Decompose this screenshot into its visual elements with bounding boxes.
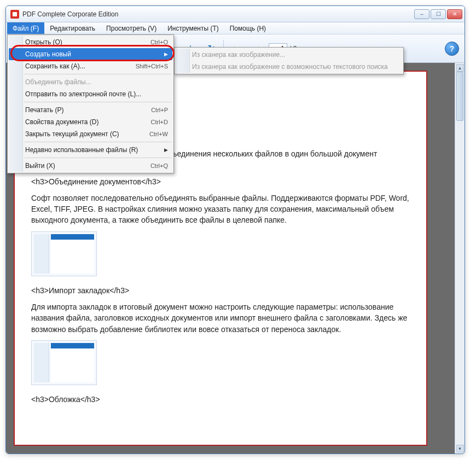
doc-paragraph: Для импорта закладок в итоговый документ…: [31, 301, 410, 335]
menu-separator: [24, 158, 171, 158]
vertical-scrollbar[interactable]: ▲ ▼: [455, 63, 465, 454]
minimize-button[interactable]: –: [414, 9, 429, 19]
scroll-thumb[interactable]: [456, 72, 463, 121]
submenu-item-scanner-searchable[interactable]: Из сканера как изображение с возможность…: [176, 61, 402, 73]
menu-item-combine: Объединить файлы...: [9, 76, 172, 88]
window-title: PDF Complete Corporate Edition: [22, 10, 414, 18]
maximize-button[interactable]: ☐: [431, 9, 446, 19]
doc-screenshot-thumbnail: [31, 231, 97, 276]
scroll-up-icon[interactable]: ▲: [456, 64, 464, 72]
menu-edit[interactable]: Редактировать: [44, 22, 101, 34]
scroll-track[interactable]: [455, 72, 465, 445]
submenu-item-scanner-image[interactable]: Из сканера как изображение...: [176, 49, 402, 61]
maximize-icon: ☐: [436, 11, 441, 17]
menu-item-exit[interactable]: Выйти (X) Ctrl+Q: [9, 160, 172, 172]
menu-item-open[interactable]: Открыть (O) Ctrl+O: [9, 36, 172, 48]
menu-item-recent-files[interactable]: Недавно использованные файлы (R) ▶: [9, 144, 172, 156]
doc-paragraph: Софт позволяет последовательно объединят…: [31, 193, 410, 226]
create-new-submenu: Из сканера как изображение... Из сканера…: [174, 47, 404, 74]
menubar: Файл (F) Редактировать Просмотреть (V) И…: [6, 22, 465, 34]
menu-item-close-doc[interactable]: Закрыть текущий документ (C) Ctrl+W: [9, 128, 172, 140]
app-icon: [10, 10, 19, 19]
shortcut-label: Ctrl+P: [151, 107, 168, 113]
shortcut-label: Ctrl+W: [149, 131, 168, 137]
menu-separator: [24, 74, 171, 74]
submenu-arrow-icon: ▶: [164, 51, 168, 57]
doc-heading-raw: <h3>Объединение документов</h3>: [31, 176, 410, 187]
doc-heading-raw: <h3>Обложка</h3>: [31, 394, 410, 405]
shortcut-label: Ctrl+O: [150, 39, 168, 45]
submenu-arrow-icon: ▶: [164, 147, 168, 153]
menu-tools[interactable]: Инструменты (T): [162, 22, 224, 34]
menu-item-send-email[interactable]: Отправить по электронной почте (L)...: [9, 88, 172, 100]
shortcut-label: Ctrl+Q: [150, 162, 168, 169]
menu-separator: [24, 102, 171, 102]
menu-item-print[interactable]: Печатать (P) Ctrl+P: [9, 104, 172, 116]
file-menu-dropdown: Открыть (O) Ctrl+O Создать новый ▶ Сохра…: [7, 34, 174, 173]
scroll-down-icon[interactable]: ▼: [456, 445, 464, 452]
shortcut-label: Shift+Ctrl+S: [136, 63, 168, 69]
close-icon: ✕: [452, 11, 457, 17]
shortcut-label: Ctrl+D: [151, 119, 168, 125]
doc-screenshot-thumbnail: [31, 340, 97, 385]
menu-item-create-new[interactable]: Создать новый ▶: [9, 48, 172, 60]
titlebar: PDF Complete Corporate Edition – ☐ ✕: [6, 6, 465, 22]
menu-item-doc-properties[interactable]: Свойства документа (D) Ctrl+D: [9, 116, 172, 128]
doc-heading-raw: <h3>Импорт закладок</h3>: [31, 285, 410, 296]
menu-help[interactable]: Помощь (H): [224, 22, 271, 34]
menu-view[interactable]: Просмотреть (V): [101, 22, 162, 34]
menu-item-save-as[interactable]: Сохранить как (A)... Shift+Ctrl+S: [9, 60, 172, 72]
minimize-icon: –: [420, 11, 423, 17]
help-icon: ?: [450, 44, 455, 53]
menu-file[interactable]: Файл (F): [7, 22, 44, 34]
help-button[interactable]: ?: [445, 42, 459, 56]
close-button[interactable]: ✕: [447, 9, 462, 19]
window-controls: – ☐ ✕: [414, 9, 462, 19]
menu-separator: [24, 142, 171, 142]
